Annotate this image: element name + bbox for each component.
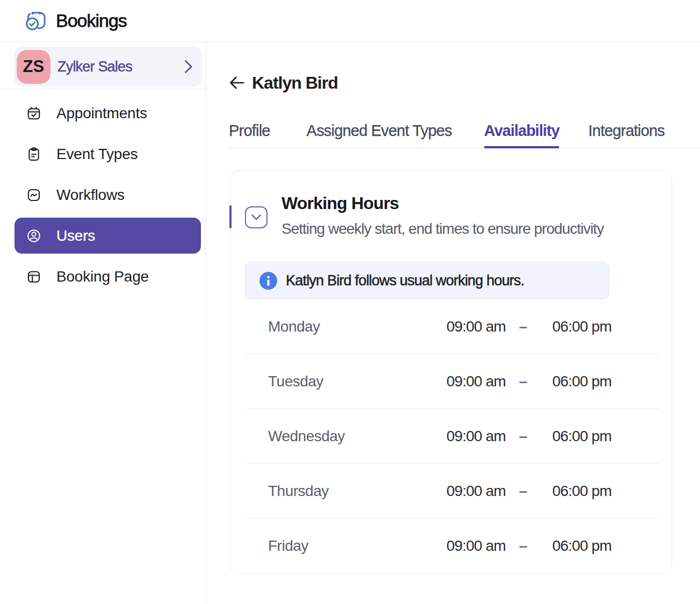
sidebar-item-booking-page[interactable]: Booking Page — [15, 258, 201, 294]
start-time: 09:00 am — [446, 428, 507, 445]
collapse-button[interactable] — [245, 206, 268, 228]
workspace-name: Zylker Sales — [57, 59, 184, 75]
page-title-row: Katlyn Bird — [229, 71, 700, 95]
sidebar-nav: Appointments Event Types Workflows — [0, 95, 205, 299]
app-logo: Bookings — [0, 9, 127, 32]
clipboard-icon — [26, 147, 41, 162]
day-label: Friday — [268, 537, 446, 555]
notice-text: Katlyn Bird follows usual working hours. — [286, 272, 524, 289]
sidebar-item-label: Booking Page — [56, 268, 149, 285]
sidebar-item-workflows[interactable]: Workflows — [15, 177, 201, 213]
sidebar-item-appointments[interactable]: Appointments — [15, 95, 201, 131]
calendar-check-icon — [26, 106, 41, 121]
browser-window-icon — [26, 269, 41, 284]
end-time: 06:00 pm — [552, 428, 659, 445]
time-separator: – — [507, 318, 552, 335]
day-label: Monday — [268, 318, 446, 335]
time-separator: – — [507, 537, 552, 555]
workspace-selector[interactable]: ZS Zylker Sales — [14, 47, 202, 87]
time-separator: – — [507, 483, 552, 500]
tab-integrations[interactable]: Integrations — [588, 122, 665, 148]
card-accent-bar — [229, 205, 232, 228]
app-header: Bookings — [0, 0, 700, 42]
back-arrow-icon[interactable] — [229, 76, 244, 90]
chevron-down-icon — [251, 214, 261, 220]
sidebar-item-users[interactable]: Users — [15, 218, 201, 254]
sidebar-item-label: Workflows — [56, 186, 125, 204]
working-hours-card: Working Hours Setting weekly start, end … — [230, 170, 672, 574]
working-hours-subtitle: Setting weekly start, end times to ensur… — [282, 220, 604, 238]
start-time: 09:00 am — [446, 483, 507, 500]
chevron-right-icon — [184, 60, 193, 74]
schedule-row: Wednesday 09:00 am – 06:00 pm — [246, 409, 659, 464]
bookings-logo-icon — [25, 9, 48, 32]
sidebar: ZS Zylker Sales Appointments E — [0, 42, 206, 604]
end-time: 06:00 pm — [552, 483, 659, 500]
working-hours-notice: Katlyn Bird follows usual working hours. — [245, 262, 609, 299]
tab-availability[interactable]: Availability — [484, 122, 559, 148]
working-hours-schedule: Monday 09:00 am – 06:00 pm Tuesday 09:00… — [246, 299, 659, 573]
end-time: 06:00 pm — [552, 537, 659, 555]
time-separator: – — [507, 373, 552, 390]
sidebar-item-label: Appointments — [56, 105, 147, 122]
schedule-row: Monday 09:00 am – 06:00 pm — [246, 299, 659, 354]
tab-assigned-event-types[interactable]: Assigned Event Types — [307, 122, 452, 148]
day-label: Wednesday — [268, 428, 446, 445]
start-time: 09:00 am — [446, 373, 507, 390]
workspace-avatar: ZS — [17, 50, 50, 84]
day-label: Tuesday — [268, 373, 446, 390]
main-content: Katlyn Bird Profile Assigned Event Types… — [206, 42, 700, 604]
end-time: 06:00 pm — [552, 373, 659, 390]
tab-bar: Profile Assigned Event Types Availabilit… — [229, 122, 700, 148]
schedule-row: Friday 09:00 am – 06:00 pm — [246, 519, 659, 573]
user-circle-icon — [26, 228, 41, 243]
sidebar-item-label: Users — [56, 227, 95, 245]
app-title: Bookings — [56, 10, 127, 31]
sidebar-divider — [0, 89, 205, 89]
end-time: 06:00 pm — [552, 318, 659, 335]
tab-profile[interactable]: Profile — [229, 122, 270, 148]
info-icon — [259, 272, 277, 290]
start-time: 09:00 am — [446, 537, 507, 555]
sidebar-item-label: Event Types — [56, 146, 138, 163]
sidebar-item-event-types[interactable]: Event Types — [15, 136, 201, 172]
working-hours-title: Working Hours — [282, 193, 399, 213]
start-time: 09:00 am — [446, 318, 507, 335]
day-label: Thursday — [268, 483, 446, 500]
page-title: Katlyn Bird — [252, 73, 338, 93]
schedule-row: Thursday 09:00 am – 06:00 pm — [246, 464, 659, 519]
schedule-row: Tuesday 09:00 am – 06:00 pm — [246, 354, 659, 409]
time-separator: – — [507, 428, 552, 445]
workflow-pulse-icon — [26, 188, 41, 203]
